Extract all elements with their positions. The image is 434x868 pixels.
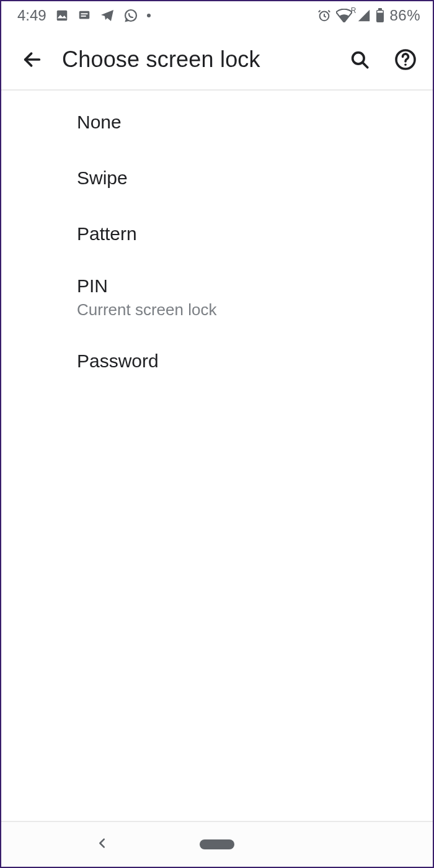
option-label: Password	[77, 351, 433, 372]
option-label: None	[77, 112, 433, 133]
option-label: PIN	[77, 275, 433, 297]
help-button[interactable]	[389, 43, 422, 76]
lock-options-list: None Swipe Pattern PIN Current screen lo…	[1, 91, 433, 389]
wifi-icon: R	[336, 9, 352, 22]
app-bar: Choose screen lock	[1, 30, 433, 91]
alarm-icon	[317, 9, 331, 22]
option-swipe[interactable]: Swipe	[1, 150, 433, 206]
more-notifications-icon	[147, 14, 151, 17]
back-button[interactable]	[16, 43, 48, 76]
option-label: Swipe	[77, 168, 433, 189]
svg-rect-1	[79, 11, 89, 19]
search-icon	[349, 49, 370, 70]
content-area: None Swipe Pattern PIN Current screen lo…	[1, 91, 433, 821]
nav-back-button[interactable]	[95, 836, 109, 852]
nav-bar	[1, 821, 433, 867]
option-subtitle: Current screen lock	[77, 300, 433, 320]
svg-rect-2	[81, 13, 87, 14]
option-label: Pattern	[77, 223, 433, 244]
telegram-icon	[100, 8, 115, 23]
search-button[interactable]	[343, 43, 376, 76]
battery-percentage: 86%	[389, 7, 420, 24]
status-right: R 86%	[317, 7, 420, 24]
battery-icon	[376, 8, 384, 23]
svg-rect-0	[56, 11, 67, 21]
svg-rect-8	[378, 11, 383, 13]
option-pin[interactable]: PIN Current screen lock	[1, 262, 433, 333]
arrow-back-icon	[22, 49, 43, 70]
option-none[interactable]: None	[1, 94, 433, 150]
messages-icon	[78, 9, 91, 22]
help-icon	[394, 48, 417, 71]
cell-signal-icon	[357, 9, 371, 22]
whatsapp-icon	[123, 8, 138, 23]
svg-rect-7	[378, 8, 382, 11]
option-password[interactable]: Password	[1, 333, 433, 389]
chevron-left-icon	[95, 836, 109, 850]
status-bar: 4:49 R 86%	[1, 1, 433, 30]
svg-rect-3	[81, 16, 86, 17]
page-title: Choose screen lock	[62, 47, 330, 73]
status-time: 4:49	[17, 7, 46, 24]
nav-home-pill[interactable]	[200, 839, 234, 849]
option-pattern[interactable]: Pattern	[1, 206, 433, 262]
photos-icon	[55, 9, 69, 22]
status-left: 4:49	[17, 7, 151, 24]
svg-point-11	[404, 63, 407, 66]
